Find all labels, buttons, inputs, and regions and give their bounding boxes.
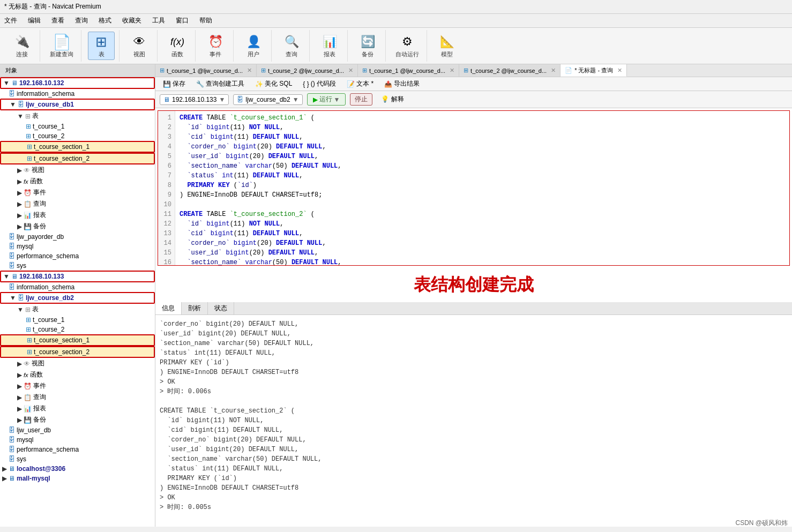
report-group2-expand-icon: ▶: [17, 405, 22, 413]
db-sys-1[interactable]: 🗄 sys: [0, 261, 155, 271]
menu-favorites[interactable]: 收藏夹: [120, 15, 144, 26]
report-group-2-label: 报表: [33, 404, 46, 413]
db-sys-2[interactable]: 🗄 sys: [0, 454, 155, 464]
table-t-course-1-server1[interactable]: ⊞ t_course_1: [0, 122, 155, 131]
view-group-2[interactable]: ▶ 👁 视图: [0, 358, 155, 369]
menu-edit[interactable]: 编辑: [26, 15, 43, 26]
db-ljw-user-db[interactable]: 🗄 ljw_user_db: [0, 425, 155, 435]
tab-close-1[interactable]: ✕: [247, 67, 252, 74]
explain-button[interactable]: 💡 解释: [377, 94, 408, 105]
model-button[interactable]: 📐 模型: [434, 32, 460, 59]
table-t-course-2-server2[interactable]: ⊞ t_course_2: [0, 325, 155, 334]
event-group-1[interactable]: ▶ ⏰ 事件: [0, 187, 155, 198]
server-select[interactable]: 🖥 192.168.10.133 ▼: [160, 94, 229, 105]
tab-close-5[interactable]: ✕: [617, 67, 622, 74]
query-button[interactable]: 🔍 查询: [278, 32, 305, 59]
result-tab-info[interactable]: 信息: [155, 302, 182, 314]
user-button[interactable]: 👤 用户: [240, 32, 267, 59]
view-group-expand-icon: ▶: [17, 167, 22, 174]
sql-editor[interactable]: 12345 678910 1112131415 16171819 CREATE …: [158, 110, 790, 266]
menu-tools[interactable]: 工具: [150, 15, 167, 26]
db-perf-1-icon: 🗄: [9, 252, 15, 260]
table-t-course-2-server1[interactable]: ⊞ t_course_2: [0, 131, 155, 141]
table-button[interactable]: ⊞ 表: [88, 32, 115, 60]
menu-view[interactable]: 查看: [49, 15, 66, 26]
tab-t-course-2-db2[interactable]: ⊞ t_course_2 @ljw_course_d... ✕: [459, 64, 561, 77]
view-button[interactable]: 👁 视图: [126, 32, 153, 59]
beautify-button[interactable]: ✨ 美化 SQL: [252, 79, 295, 89]
query-builder-button[interactable]: 🔧 查询创建工具: [193, 79, 248, 89]
connect-button[interactable]: 🔌 连接: [9, 32, 35, 59]
report-group-2[interactable]: ▶ 📊 报表: [0, 403, 155, 414]
toolbar-connection-group: 🔌 连接: [4, 30, 40, 62]
code-area[interactable]: CREATE TABLE `t_course_section_1` ( `id`…: [175, 111, 789, 266]
object-tab-all[interactable]: 对象: [1, 65, 21, 76]
backup-button[interactable]: 🔄 备份: [354, 32, 381, 59]
query-group-2[interactable]: ▶ 📋 查询: [0, 392, 155, 403]
view-group-1[interactable]: ▶ 👁 视图: [0, 164, 155, 176]
tab-t-course-2-db1[interactable]: ⊞ t_course_2 @ljw_course_d... ✕: [257, 64, 358, 77]
report-group-1[interactable]: ▶ 📊 报表: [0, 209, 155, 221]
table-t-course-1-server2[interactable]: ⊞ t_course_1: [0, 315, 155, 325]
server-192-168-10-132[interactable]: ▼ 🖥 192.168.10.132: [0, 77, 155, 89]
db-mysql-1[interactable]: 🗄 mysql: [0, 242, 155, 251]
event-button[interactable]: ⏰ 事件: [202, 32, 229, 59]
server-192-168-10-133[interactable]: ▼ 🖥 192.168.10.133: [0, 271, 155, 282]
run-button[interactable]: ▶ 运行 ▼: [307, 93, 346, 106]
schedule-button[interactable]: ⚙ 自动运行: [392, 32, 422, 59]
db-ljw-payorder-db[interactable]: 🗄 ljw_payorder_db: [0, 232, 155, 242]
function-button[interactable]: f(x) 函数: [164, 32, 191, 59]
event-group-2[interactable]: ▶ ⏰ 事件: [0, 380, 155, 392]
backup-group-2[interactable]: ▶ 💾 备份: [0, 414, 155, 425]
server-select-icon: 🖥: [163, 96, 170, 103]
db-performance-schema-1[interactable]: 🗄 performance_schema: [0, 251, 155, 261]
server-localhost[interactable]: ▶ 🖥 localhost@3306: [0, 464, 155, 474]
menu-file[interactable]: 文件: [2, 15, 19, 26]
table-group-1[interactable]: ▼ ⊞ 表: [0, 110, 155, 122]
tab-close-3[interactable]: ✕: [450, 67, 454, 74]
tab-close-2[interactable]: ✕: [348, 67, 353, 74]
stop-button[interactable]: 停止: [350, 93, 372, 106]
table-t-course-section-2-server2[interactable]: ⊞ t_course_section_2: [0, 346, 155, 358]
db-select[interactable]: 🗄 ljw_course_db2 ▼: [233, 94, 302, 105]
result-tab-profile[interactable]: 剖析: [182, 302, 208, 314]
server2-icon: 🖥: [11, 273, 18, 280]
db-sys-1-label: sys: [17, 262, 26, 269]
function-group-1[interactable]: ▶ fx 函数: [0, 176, 155, 187]
tab-close-4[interactable]: ✕: [551, 67, 556, 74]
save-button[interactable]: 💾 保存: [160, 79, 189, 89]
db-performance-schema-2[interactable]: 🗄 performance_schema: [0, 445, 155, 454]
annotation-area: 表结构创建完成: [155, 268, 792, 302]
tab-t-course-1-db1[interactable]: ⊞ t_course_1 @ljw_course_d... ✕: [155, 64, 257, 77]
report-button[interactable]: 📊 报表: [316, 32, 343, 59]
menu-format[interactable]: 格式: [96, 15, 114, 26]
query-group-1[interactable]: ▶ 📋 查询: [0, 198, 155, 209]
server-mall-mysql[interactable]: ▶ 🖥 mall-mysql: [0, 474, 155, 483]
table-t-course-section-2-server1[interactable]: ⊞ t_course_section_2: [0, 153, 155, 164]
backup-group-1[interactable]: ▶ 💾 备份: [0, 221, 155, 232]
db-mysql-2[interactable]: 🗄 mysql: [0, 435, 155, 445]
export-result-button[interactable]: 📤 导出结果: [381, 79, 423, 89]
new-query-button[interactable]: 📄 新建查询: [47, 32, 77, 59]
tab-untitled-query[interactable]: 📄 * 无标题 - 查询 ✕: [561, 64, 627, 77]
db-information-schema-2[interactable]: 🗄 information_schema: [0, 282, 155, 292]
query-group-icon: 📋: [24, 200, 32, 208]
view-group-2-label: 视图: [32, 359, 44, 368]
text-button[interactable]: 📝 文本 *: [343, 79, 377, 89]
result-tab-status[interactable]: 状态: [208, 302, 234, 314]
menu-window[interactable]: 窗口: [174, 15, 191, 26]
menu-query[interactable]: 查询: [73, 15, 90, 26]
tab-t-course-1-db2[interactable]: ⊞ t_course_1 @ljw_course_d... ✕: [358, 64, 459, 77]
db-information-schema-1[interactable]: 🗄 information_schema: [0, 89, 155, 99]
function-group-2[interactable]: ▶ fx 函数: [0, 369, 155, 380]
db-ljw-course-db1[interactable]: ▼ 🗄 ljw_course_db1: [0, 99, 155, 110]
backup-label: 备份: [362, 50, 373, 58]
code-snippet-button[interactable]: { } () 代码段: [300, 79, 339, 89]
table-t-course-section-1-server2[interactable]: ⊞ t_course_section_1: [0, 334, 155, 346]
table-group-2[interactable]: ▼ ⊞ 表: [0, 304, 155, 315]
menu-help[interactable]: 帮助: [197, 15, 214, 26]
event-group-expand-icon: ▶: [17, 189, 22, 197]
db-ljw-course-db2[interactable]: ▼ 🗄 ljw_course_db2: [0, 292, 155, 304]
table-t-course-section-1-server1[interactable]: ⊞ t_course_section_1: [0, 141, 155, 153]
function-group-expand-icon: ▶: [17, 178, 22, 185]
